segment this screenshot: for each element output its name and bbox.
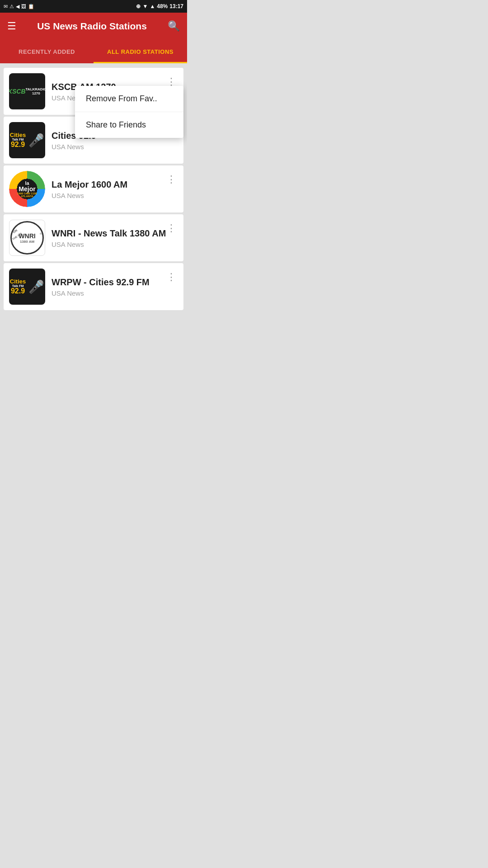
station-card-wnri[interactable]: ON THE AIR WNRI 1380 AM R WNRI - News Ta… [4,214,183,261]
back-icon: ◀ [16,4,19,9]
station-card-la-mejor[interactable]: la Mejor 1600 1460 1130 ATLANTA La Mejor… [4,165,183,212]
wifi-icon: ▼ [142,3,148,9]
status-bar: ✉ ⚠ ◀ 🖼 📋 ⊕ ▼ ▲ 48% 13:17 [0,0,187,13]
more-options-icon-wnri[interactable]: ⋮ [164,221,178,236]
time-display: 13:17 [169,3,183,9]
hamburger-menu-icon[interactable]: ☰ [7,20,16,32]
search-icon[interactable]: 🔍 [168,20,180,32]
station-card-wrpw[interactable]: Cities Talk FM 92.9 🎤 WRPW - Cities 92.9… [4,263,183,310]
station-category-la-mejor: USA News [52,192,178,199]
clipboard-icon: 📋 [28,4,34,9]
context-menu-share-friends[interactable]: Share to Friends [75,112,183,138]
tab-bar: RECENTLY ADDED ALL RADIO STATIONS [0,40,187,63]
station-name-la-mejor: La Mejor 1600 AM [52,179,178,190]
image-icon: 🖼 [21,4,26,9]
notification-icon: ⚠ [9,4,14,9]
station-logo-kscb: KSCB TALKRADIO 1270 [9,73,45,109]
more-options-icon-la-mejor[interactable]: ⋮ [164,172,178,187]
status-icons-left: ✉ ⚠ ◀ 🖼 📋 [4,4,34,9]
context-menu-remove-fav[interactable]: Remove From Fav.. [75,86,183,112]
station-name-wnri: WNRI - News Talk 1380 AM [52,228,178,239]
station-logo-wrpw: Cities Talk FM 92.9 🎤 [9,269,45,305]
station-logo-wnri: ON THE AIR WNRI 1380 AM R [9,220,45,256]
station-logo-cities-929: Cities Talk FM 92.9 🎤 [9,122,45,158]
context-menu: Remove From Fav.. Share to Friends [75,86,183,138]
station-category-cities-929: USA News [52,143,178,151]
signal-icon: ▲ [150,3,155,9]
app-title: US News Radio Stations [23,21,160,32]
email-icon: ✉ [4,4,8,9]
station-info-wrpw: WRPW - Cities 92.9 FM USA News [45,277,178,297]
battery-text: 48% [157,3,168,9]
station-name-wrpw: WRPW - Cities 92.9 FM [52,277,178,288]
station-info-wnri: WNRI - News Talk 1380 AM USA News [45,228,178,248]
station-card-kscb[interactable]: KSCB TALKRADIO 1270 KSCB AM 1270 USA New… [4,68,183,115]
station-category-wnri: USA News [52,241,178,248]
wnri-circle-logo: ON THE AIR WNRI 1380 AM R [10,221,44,255]
tab-all-radio-stations[interactable]: ALL RADIO STATIONS [94,40,187,63]
app-bar: ☰ US News Radio Stations 🔍 [0,13,187,40]
station-info-la-mejor: La Mejor 1600 AM USA News [45,179,178,199]
status-icons-right: ⊕ ▼ ▲ 48% 13:17 [136,3,183,9]
plus-icon: ⊕ [136,3,141,9]
la-mejor-logo-inner: la Mejor 1600 1460 1130 ATLANTA [9,171,45,207]
station-list: KSCB TALKRADIO 1270 KSCB AM 1270 USA New… [0,63,187,315]
tab-recently-added[interactable]: RECENTLY ADDED [0,40,94,63]
station-logo-la-mejor: la Mejor 1600 1460 1130 ATLANTA [9,171,45,207]
more-options-icon-wrpw[interactable]: ⋮ [164,269,178,285]
station-category-wrpw: USA News [52,289,178,297]
